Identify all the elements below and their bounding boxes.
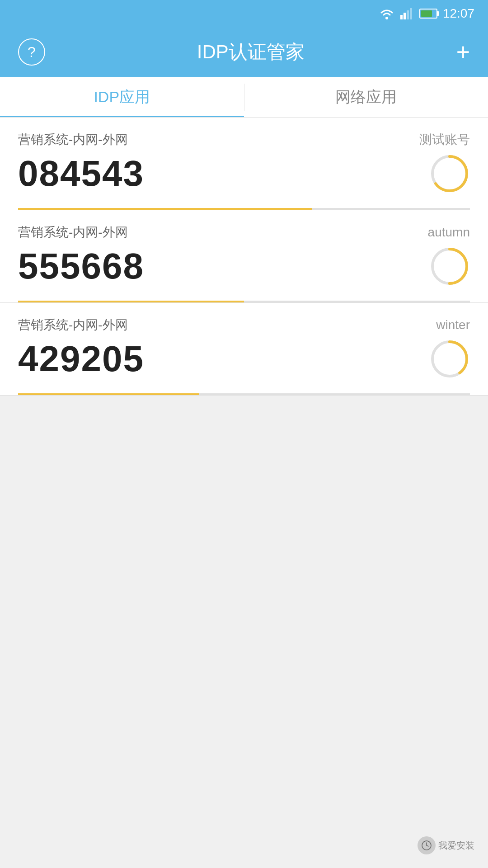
token-header: 营销系统-内网-外网 winter xyxy=(18,316,470,334)
token-name: 营销系统-内网-外网 xyxy=(18,131,128,148)
token-name: 营销系统-内网-外网 xyxy=(18,316,128,334)
wifi-icon xyxy=(379,7,395,20)
token-item[interactable]: 营销系统-内网-外网 autumn 555668 xyxy=(0,210,488,302)
tab-bar: IDP应用 网络应用 xyxy=(0,77,488,118)
battery-icon xyxy=(419,9,437,19)
status-time: 12:07 xyxy=(443,6,474,21)
svg-rect-1 xyxy=(400,15,403,19)
token-item[interactable]: 营销系统-内网-外网 winter 429205 xyxy=(0,303,488,395)
token-progress-fill xyxy=(18,393,199,395)
timer-circle xyxy=(429,246,470,287)
svg-rect-4 xyxy=(410,8,412,19)
status-bar: 12:07 xyxy=(0,0,488,27)
token-progress xyxy=(18,393,470,395)
timer-circle xyxy=(429,153,470,194)
token-account: autumn xyxy=(428,225,470,240)
status-icons: 12:07 xyxy=(379,6,474,21)
tab-network[interactable]: 网络应用 xyxy=(244,77,488,117)
token-list: 营销系统-内网-外网 测试账号 084543 营销系统-内网-外网 autumn… xyxy=(0,118,488,396)
token-progress xyxy=(18,301,470,302)
token-header: 营销系统-内网-外网 autumn xyxy=(18,224,470,241)
token-item[interactable]: 营销系统-内网-外网 测试账号 084543 xyxy=(0,118,488,210)
svg-rect-3 xyxy=(407,10,409,19)
token-code: 429205 xyxy=(18,338,144,380)
app-title: IDP认证管家 xyxy=(45,39,456,65)
token-progress-fill xyxy=(18,301,244,302)
signal-icon xyxy=(400,8,414,19)
help-button[interactable]: ? xyxy=(18,38,45,66)
token-progress xyxy=(18,208,470,210)
svg-rect-2 xyxy=(404,13,406,19)
token-header: 营销系统-内网-外网 测试账号 xyxy=(18,131,470,148)
add-button[interactable]: + xyxy=(456,40,470,64)
token-account: 测试账号 xyxy=(419,131,470,148)
svg-point-0 xyxy=(385,17,388,19)
token-body: 084543 xyxy=(18,153,470,208)
watermark: 我爱安装 xyxy=(418,836,474,854)
empty-area xyxy=(0,396,488,712)
token-body: 429205 xyxy=(18,338,470,393)
token-name: 营销系统-内网-外网 xyxy=(18,224,128,241)
watermark-icon xyxy=(418,836,436,854)
token-progress-fill xyxy=(18,208,312,210)
token-code: 084543 xyxy=(18,153,144,194)
timer-circle xyxy=(429,339,470,379)
tab-idp[interactable]: IDP应用 xyxy=(0,77,244,117)
top-bar: ? IDP认证管家 + xyxy=(0,27,488,77)
watermark-text: 我爱安装 xyxy=(438,840,474,852)
token-account: winter xyxy=(436,318,470,332)
token-body: 555668 xyxy=(18,245,470,301)
token-code: 555668 xyxy=(18,245,144,287)
